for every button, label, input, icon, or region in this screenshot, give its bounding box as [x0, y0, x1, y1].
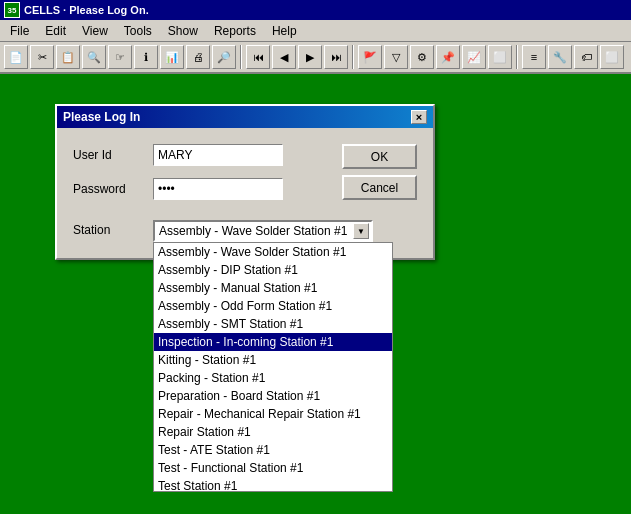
userid-input[interactable] [153, 144, 283, 166]
toolbar-btn-5[interactable]: ℹ [134, 45, 158, 69]
menu-item-tools[interactable]: Tools [116, 22, 160, 40]
dropdown-item[interactable]: Test - ATE Station #1 [154, 441, 392, 459]
dropdown-item[interactable]: Test Station #1 [154, 477, 392, 492]
dropdown-arrow-icon[interactable]: ▼ [353, 223, 369, 239]
dropdown-item[interactable]: Kitting - Station #1 [154, 351, 392, 369]
menu-item-edit[interactable]: Edit [37, 22, 74, 40]
toolbar-btn-10[interactable]: ⏮ [246, 45, 270, 69]
toolbar-btn-8[interactable]: 🔎 [212, 45, 236, 69]
menu-item-show[interactable]: Show [160, 22, 206, 40]
station-row: Station Assembly - Wave Solder Station #… [73, 220, 417, 242]
station-dropdown-container: Assembly - Wave Solder Station #1 ▼ Asse… [153, 220, 373, 242]
toolbar-btn-2[interactable]: 📋 [56, 45, 80, 69]
dropdown-item[interactable]: Assembly - DIP Station #1 [154, 261, 392, 279]
toolbar-btn-4[interactable]: ☞ [108, 45, 132, 69]
toolbar-btn-13[interactable]: ⏭ [324, 45, 348, 69]
dialog-close-button[interactable]: × [411, 110, 427, 124]
menu-item-reports[interactable]: Reports [206, 22, 264, 40]
toolbar-btn-25[interactable]: ⬜ [600, 45, 624, 69]
dropdown-item[interactable]: Assembly - Manual Station #1 [154, 279, 392, 297]
dropdown-item[interactable]: Assembly - Wave Solder Station #1 [154, 243, 392, 261]
password-row: Password [73, 178, 328, 200]
toolbar-btn-20[interactable]: ⬜ [488, 45, 512, 69]
userid-row: User Id [73, 144, 328, 166]
dropdown-item[interactable]: Assembly - Odd Form Station #1 [154, 297, 392, 315]
toolbar-btn-18[interactable]: 📌 [436, 45, 460, 69]
toolbar-btn-1[interactable]: ✂ [30, 45, 54, 69]
station-label: Station [73, 220, 153, 237]
dropdown-item[interactable]: Repair - Mechanical Repair Station #1 [154, 405, 392, 423]
menu-item-file[interactable]: File [2, 22, 37, 40]
toolbar-btn-22[interactable]: ≡ [522, 45, 546, 69]
toolbar-separator [240, 45, 242, 69]
toolbar-btn-16[interactable]: ▽ [384, 45, 408, 69]
window-title: CELLS · Please Log On. [24, 4, 149, 16]
toolbar-btn-17[interactable]: ⚙ [410, 45, 434, 69]
userid-label: User Id [73, 148, 153, 162]
dropdown-item[interactable]: Preparation - Board Station #1 [154, 387, 392, 405]
station-dropdown[interactable]: Assembly - Wave Solder Station #1 ▼ [153, 220, 373, 242]
dropdown-item[interactable]: Test - Functional Station #1 [154, 459, 392, 477]
app-icon: 35 [4, 2, 20, 18]
toolbar-btn-3[interactable]: 🔍 [82, 45, 106, 69]
buttons-column: OK Cancel [342, 144, 417, 212]
menu-bar: FileEditViewToolsShowReportsHelp [0, 20, 631, 42]
dialog-titlebar: Please Log In × [57, 106, 433, 128]
toolbar: 📄✂📋🔍☞ℹ📊🖨🔎⏮◀▶⏭🚩▽⚙📌📈⬜≡🔧🏷⬜ [0, 42, 631, 74]
dropdown-item[interactable]: Packing - Station #1 [154, 369, 392, 387]
toolbar-btn-0[interactable]: 📄 [4, 45, 28, 69]
toolbar-btn-19[interactable]: 📈 [462, 45, 486, 69]
dropdown-list[interactable]: Assembly - Wave Solder Station #1Assembl… [153, 242, 393, 492]
toolbar-btn-24[interactable]: 🏷 [574, 45, 598, 69]
main-area: Please Log In × User Id Password [0, 74, 631, 514]
password-input[interactable] [153, 178, 283, 200]
top-form: User Id Password OK Cancel [73, 144, 417, 212]
title-bar: 35 CELLS · Please Log On. [0, 0, 631, 20]
fields-column: User Id Password [73, 144, 328, 212]
dialog-title: Please Log In [63, 110, 140, 124]
toolbar-separator [516, 45, 518, 69]
toolbar-btn-6[interactable]: 📊 [160, 45, 184, 69]
toolbar-separator [352, 45, 354, 69]
dialog-content: User Id Password OK Cancel Station [57, 128, 433, 258]
dropdown-item[interactable]: Assembly - SMT Station #1 [154, 315, 392, 333]
menu-item-help[interactable]: Help [264, 22, 305, 40]
login-dialog: Please Log In × User Id Password [55, 104, 435, 260]
toolbar-btn-23[interactable]: 🔧 [548, 45, 572, 69]
toolbar-btn-12[interactable]: ▶ [298, 45, 322, 69]
toolbar-btn-11[interactable]: ◀ [272, 45, 296, 69]
password-label: Password [73, 182, 153, 196]
dropdown-item[interactable]: Repair Station #1 [154, 423, 392, 441]
ok-button[interactable]: OK [342, 144, 417, 169]
station-selected-value: Assembly - Wave Solder Station #1 [159, 224, 347, 238]
toolbar-btn-7[interactable]: 🖨 [186, 45, 210, 69]
menu-item-view[interactable]: View [74, 22, 116, 40]
cancel-button[interactable]: Cancel [342, 175, 417, 200]
toolbar-btn-15[interactable]: 🚩 [358, 45, 382, 69]
dropdown-item[interactable]: Inspection - In-coming Station #1 [154, 333, 392, 351]
